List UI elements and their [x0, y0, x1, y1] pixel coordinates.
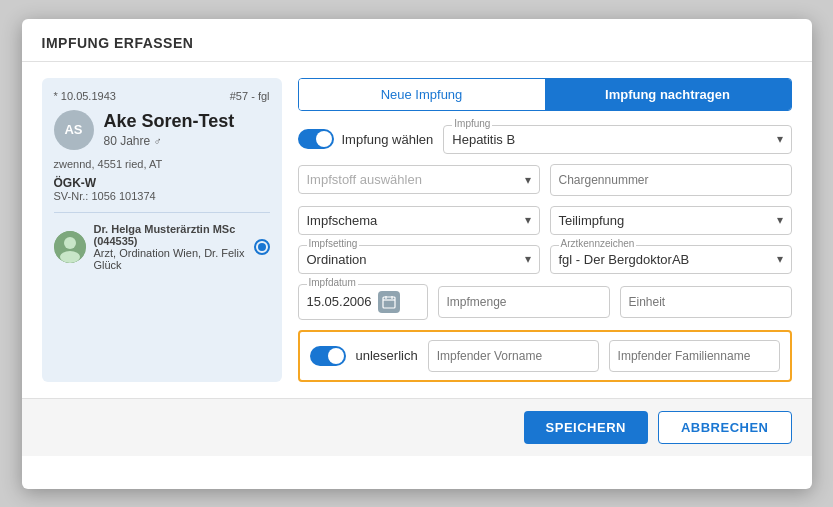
vorname-input[interactable]	[428, 340, 599, 372]
tab-neue-impfung[interactable]: Neue Impfung	[299, 79, 545, 110]
svg-point-2	[60, 251, 80, 263]
svg-point-1	[64, 237, 76, 249]
impfsetting-row: Impfsetting Ordination ▾ Arztkennzeichen…	[298, 245, 792, 274]
unleserlich-toggle[interactable]	[310, 346, 346, 366]
patient-panel: * 10.05.1943 #57 - fgl AS Ake Soren-Test…	[42, 78, 282, 382]
arzt-value: fgl - Der BergdoktorAB	[559, 252, 777, 267]
patient-age: 80 Jahre ♂	[104, 134, 235, 148]
unleserlich-label: unleserlich	[356, 348, 418, 363]
unleserlich-row: unleserlich	[298, 330, 792, 382]
gender-icon: ♂	[154, 135, 162, 147]
teilimpfung-select[interactable]: Teilimpfung ▾	[550, 206, 792, 235]
impfsetting-chevron-icon: ▾	[525, 252, 531, 266]
impfung-chevron-icon: ▾	[777, 132, 783, 146]
modal-body: * 10.05.1943 #57 - fgl AS Ake Soren-Test…	[22, 62, 812, 398]
modal-title: IMPFUNG ERFASSEN	[42, 35, 792, 51]
einheit-input[interactable]	[620, 286, 792, 318]
patient-insurance: ÖGK-W	[54, 176, 270, 190]
impfung-select[interactable]: Impfung Hepatitis B ▾	[443, 125, 791, 154]
doctor-info: Dr. Helga Musterärztin MSc (044535) Arzt…	[94, 223, 246, 271]
divider	[54, 212, 270, 213]
impfung-toggle-group: Impfung wählen	[298, 129, 434, 149]
doctor-role: Arzt, Ordination Wien, Dr. Felix Glück	[94, 247, 246, 271]
form-panel: Neue Impfung Impfung nachtragen Impfung …	[298, 78, 792, 382]
cancel-button[interactable]: ABBRECHEN	[658, 411, 792, 444]
calendar-icon[interactable]	[378, 291, 400, 313]
tab-impfung-nachtragen[interactable]: Impfung nachtragen	[545, 79, 791, 110]
impfung-toggle-label: Impfung wählen	[342, 132, 434, 147]
teilimpfung-value: Teilimpfung	[559, 213, 777, 228]
impfdatum-value: 15.05.2006	[307, 294, 372, 309]
familienname-input[interactable]	[609, 340, 780, 372]
impfdatum-field[interactable]: Impfdatum 15.05.2006	[298, 284, 428, 320]
patient-name: Ake Soren-Test	[104, 111, 235, 132]
chargennummer-input[interactable]	[550, 164, 792, 196]
impfdatum-label: Impfdatum	[307, 277, 358, 288]
impfsetting-select[interactable]: Impfsetting Ordination ▾	[298, 245, 540, 274]
impfsetting-value: Ordination	[307, 252, 525, 267]
impfdatum-row: Impfdatum 15.05.2006	[298, 284, 792, 320]
impfschema-value: Impfschema	[307, 213, 525, 228]
impfstoff-chevron-icon: ▾	[525, 173, 531, 187]
patient-id: #57 - fgl	[230, 90, 270, 102]
teilimpfung-chevron-icon: ▾	[777, 213, 783, 227]
arzt-chevron-icon: ▾	[777, 252, 783, 266]
impfschema-row: Impfschema ▾ Teilimpfung ▾	[298, 206, 792, 235]
patient-avatar: AS	[54, 110, 94, 150]
patient-top: * 10.05.1943 #57 - fgl	[54, 90, 270, 102]
impfung-row: Impfung wählen Impfung Hepatitis B ▾	[298, 125, 792, 154]
modal-header: IMPFUNG ERFASSEN	[22, 19, 812, 62]
doctor-avatar	[54, 231, 86, 263]
impfstoff-select[interactable]: Impfstoff auswählen ▾	[298, 165, 540, 194]
modal-footer: SPEICHERN ABBRECHEN	[22, 398, 812, 456]
impfstoff-placeholder: Impfstoff auswählen	[307, 172, 525, 187]
arzt-label: Arztkennzeichen	[559, 238, 637, 249]
arzt-select[interactable]: Arztkennzeichen fgl - Der BergdoktorAB ▾	[550, 245, 792, 274]
svg-rect-3	[383, 297, 395, 308]
impfstoff-row: Impfstoff auswählen ▾	[298, 164, 792, 196]
doctor-radio[interactable]	[254, 239, 270, 255]
impfschema-chevron-icon: ▾	[525, 213, 531, 227]
patient-dob: * 10.05.1943	[54, 90, 116, 102]
impfung-field-label: Impfung	[452, 118, 492, 129]
modal: IMPFUNG ERFASSEN * 10.05.1943 #57 - fgl …	[22, 19, 812, 489]
impfmenge-input[interactable]	[438, 286, 610, 318]
patient-address: zwennd, 4551 ried, AT	[54, 158, 270, 170]
impfschema-select[interactable]: Impfschema ▾	[298, 206, 540, 235]
impfsetting-label: Impfsetting	[307, 238, 360, 249]
tab-bar: Neue Impfung Impfung nachtragen	[298, 78, 792, 111]
impfung-value: Hepatitis B	[452, 132, 776, 147]
patient-name-row: AS Ake Soren-Test 80 Jahre ♂	[54, 110, 270, 150]
impfung-toggle[interactable]	[298, 129, 334, 149]
save-button[interactable]: SPEICHERN	[524, 411, 648, 444]
doctor-name: Dr. Helga Musterärztin MSc (044535)	[94, 223, 246, 247]
patient-sv: SV-Nr.: 1056 101374	[54, 190, 270, 202]
doctor-row: Dr. Helga Musterärztin MSc (044535) Arzt…	[54, 223, 270, 271]
